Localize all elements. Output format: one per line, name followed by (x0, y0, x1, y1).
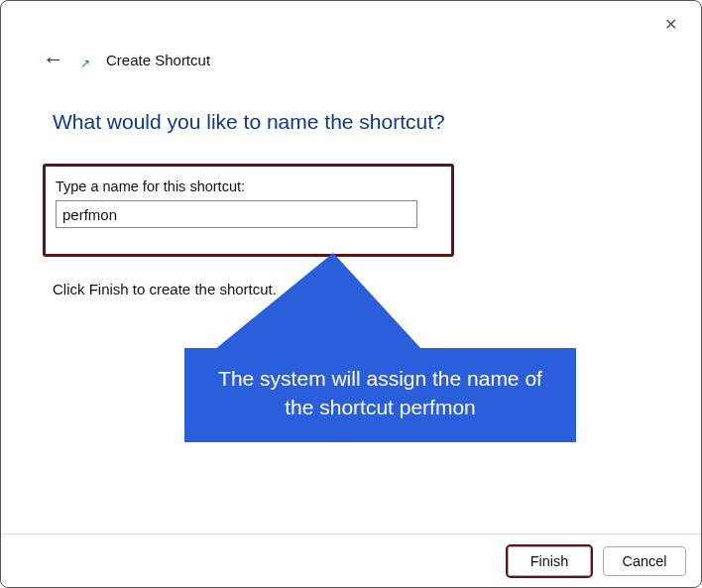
name-field-label: Type a name for this shortcut: (56, 178, 441, 194)
close-button[interactable]: ✕ (661, 15, 679, 33)
close-icon: ✕ (664, 15, 677, 34)
wizard-question: What would you like to name the shortcut… (53, 110, 445, 134)
wizard-footer: Finish Cancel (1, 533, 701, 587)
name-field-highlight: Type a name for this shortcut: (43, 164, 454, 257)
wizard-header: ← ↗ Create Shortcut (43, 49, 210, 70)
callout-text: The system will assign the name of the s… (184, 348, 576, 442)
finish-instruction: Click Finish to create the shortcut. (53, 281, 277, 297)
finish-button[interactable]: Finish (508, 546, 591, 576)
callout-pointer-icon (214, 253, 422, 350)
shortcut-arrow-icon: ↗ (78, 57, 92, 70)
cancel-button[interactable]: Cancel (603, 546, 686, 576)
wizard-title: Create Shortcut (106, 52, 210, 68)
back-button[interactable]: ← (43, 49, 64, 70)
shortcut-name-input[interactable] (56, 200, 417, 228)
